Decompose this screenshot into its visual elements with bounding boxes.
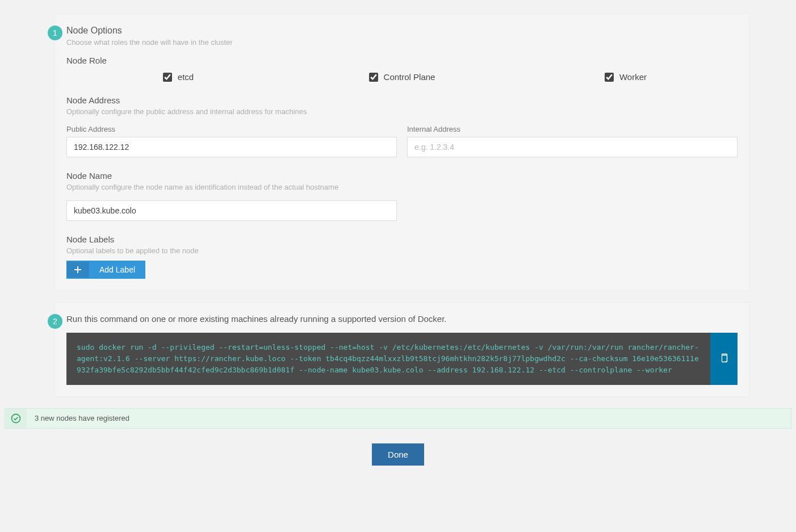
step-2-badge: 2	[48, 314, 62, 329]
node-name-title: Node Name	[66, 171, 738, 181]
clipboard-icon	[719, 353, 728, 365]
node-options-desc: Choose what roles the node will have in …	[66, 38, 738, 47]
node-labels-title: Node Labels	[66, 234, 738, 244]
svg-rect-0	[722, 355, 727, 362]
command-code-block[interactable]: sudo docker run -d --privileged --restar…	[66, 333, 710, 385]
internal-address-input[interactable]	[407, 137, 738, 157]
node-name-input[interactable]	[66, 200, 397, 221]
worker-label: Worker	[619, 72, 647, 82]
add-label-text: Add Label	[89, 261, 145, 279]
control-plane-checkbox[interactable]	[369, 73, 378, 82]
node-address-desc: Optionally configure the public address …	[66, 107, 738, 116]
run-command-panel: 2 Run this command on one or more existi…	[55, 302, 749, 397]
status-text: 3 new nodes have registered	[27, 409, 137, 428]
success-icon	[5, 409, 27, 428]
worker-checkbox[interactable]	[605, 73, 614, 82]
done-button[interactable]: Done	[372, 443, 424, 466]
run-command-instruction: Run this command on one or more existing…	[66, 314, 738, 324]
role-etcd[interactable]: etcd	[66, 72, 290, 82]
node-options-title: Node Options	[66, 26, 738, 36]
etcd-checkbox[interactable]	[163, 73, 172, 82]
node-options-panel: 1 Node Options Choose what roles the nod…	[55, 14, 749, 291]
add-label-button[interactable]: Add Label	[66, 261, 145, 279]
node-name-desc: Optionally configure the node name as id…	[66, 183, 738, 191]
step-1-badge: 1	[48, 26, 62, 40]
control-plane-label: Control Plane	[384, 72, 435, 82]
status-bar: 3 new nodes have registered	[5, 408, 791, 429]
node-role-title: Node Role	[66, 56, 738, 65]
node-address-title: Node Address	[66, 95, 738, 105]
copy-button[interactable]	[710, 333, 738, 385]
internal-address-label: Internal Address	[407, 125, 738, 133]
node-labels-desc: Optional labels to be applied to the nod…	[66, 246, 738, 255]
public-address-input[interactable]	[66, 137, 397, 157]
etcd-label: etcd	[178, 72, 194, 82]
node-role-row: etcd Control Plane Worker	[66, 72, 738, 82]
role-control-plane[interactable]: Control Plane	[290, 72, 514, 82]
plus-icon	[66, 262, 89, 278]
role-worker[interactable]: Worker	[514, 72, 738, 82]
public-address-label: Public Address	[66, 125, 397, 133]
